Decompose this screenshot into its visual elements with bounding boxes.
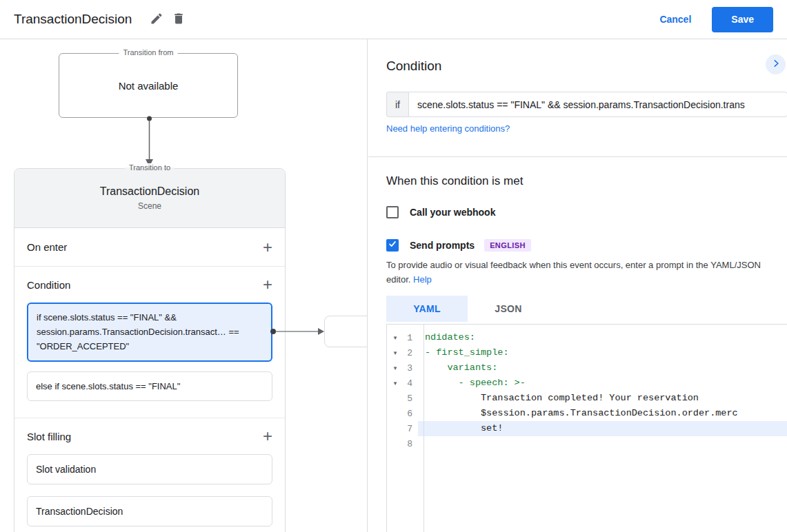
editor-line[interactable]: ▾3 variants: (387, 360, 787, 376)
condition-detail-panel: Condition if Need help entering conditio… (368, 39, 787, 532)
gutter-divider (424, 325, 424, 532)
condition-connector-arrow-icon (270, 326, 328, 340)
page-title: TransactionDecision (14, 12, 132, 27)
slot-filling-label: Slot filling (27, 431, 71, 442)
plus-icon: + (263, 427, 272, 445)
line-number: 2 (404, 348, 418, 358)
code-text: Transaction completed! Your reservation (418, 391, 787, 406)
pencil-icon (150, 12, 163, 28)
line-number: 5 (404, 393, 418, 404)
transition-to-card: Transition to TransactionDecision Scene … (14, 168, 286, 532)
webhook-label: Call your webhook (410, 207, 495, 218)
transition-from-node: Transition from Not available (59, 53, 238, 118)
line-number: 3 (404, 363, 418, 374)
editor-line[interactable]: 7 set! (387, 421, 787, 436)
transition-to-legend: Transition to (125, 163, 175, 172)
tab-json[interactable]: JSON (468, 296, 549, 322)
cancel-button[interactable]: Cancel (659, 14, 691, 25)
fold-toggle-icon[interactable]: ▾ (387, 365, 404, 371)
delete-button[interactable] (168, 8, 190, 30)
editor-line[interactable]: 8 (387, 436, 787, 451)
code-text (418, 436, 787, 451)
edit-button[interactable] (146, 8, 168, 30)
code-text: ndidates: (418, 330, 787, 345)
yaml-editor-lines: ▾1ndidates:▾2- first_simple:▾3 variants:… (387, 325, 787, 451)
condition-section-label: Condition (27, 279, 70, 291)
plus-icon: + (263, 275, 272, 294)
scene-card-header: Transition to TransactionDecision Scene (14, 169, 285, 228)
on-enter-label: On enter (27, 241, 67, 253)
scene-title: TransactionDecision (14, 185, 285, 198)
code-text: $session.params.TransactionDecision.orde… (418, 406, 787, 421)
webhook-row: Call your webhook (386, 206, 495, 218)
scene-editor: TransactionDecision Cancel Save Transiti… (0, 0, 787, 532)
code-text: set! (418, 421, 787, 436)
code-text: variants: (418, 360, 787, 376)
condition-heading: Condition (386, 59, 441, 74)
help-link[interactable]: Help (413, 274, 432, 285)
slot-card-transactiondecision[interactable]: TransactionDecision (27, 496, 272, 526)
line-number: 1 (404, 333, 418, 343)
editor-tabs: YAML JSON (386, 296, 549, 322)
condition-input-row: if (386, 92, 787, 117)
send-prompts-checkbox[interactable] (386, 239, 399, 252)
chevron-right-icon (769, 57, 783, 72)
code-text: - speech: >- (418, 376, 787, 391)
condition-card-else[interactable]: else if scene.slots.status == "FINAL" (27, 371, 272, 401)
collapse-panel-button[interactable] (766, 54, 786, 74)
editor-line[interactable]: ▾4 - speech: >- (387, 376, 787, 391)
add-on-enter-button[interactable]: + (263, 239, 272, 256)
tab-yaml[interactable]: YAML (386, 296, 468, 322)
slot-filling-section-head: Slot filling + (14, 418, 285, 454)
send-prompts-row: Send prompts ENGLISH (386, 239, 531, 252)
conditions-help-link[interactable]: Need help entering conditions? (386, 123, 510, 134)
transition-from-text: Not available (119, 80, 179, 92)
fold-toggle-icon[interactable]: ▾ (387, 349, 404, 356)
editor-line[interactable]: ▾2- first_simple: (387, 345, 787, 360)
condition-card-active[interactable]: if scene.slots.status == "FINAL" && sess… (27, 303, 272, 362)
fold-toggle-icon[interactable]: ▾ (387, 380, 404, 387)
code-text: - first_simple: (418, 345, 787, 360)
horizontal-divider (368, 156, 787, 157)
editor-line[interactable]: 5 Transaction completed! Your reservatio… (387, 391, 787, 406)
linked-scene-node[interactable] (324, 316, 368, 347)
line-number: 6 (404, 409, 418, 419)
trash-icon (172, 12, 186, 28)
scene-subtitle: Scene (14, 201, 285, 211)
when-condition-heading: When this condition is met (386, 174, 523, 188)
header: TransactionDecision Cancel Save (0, 0, 787, 39)
webhook-checkbox[interactable] (386, 206, 399, 218)
line-number: 4 (404, 378, 418, 389)
language-badge: ENGLISH (484, 239, 531, 252)
flow-diagram: Transition from Not available Transition… (0, 39, 368, 532)
yaml-editor[interactable]: ▾1ndidates:▾2- first_simple:▾3 variants:… (386, 324, 787, 532)
add-condition-button[interactable]: + (263, 276, 272, 293)
fold-toggle-icon[interactable]: ▾ (387, 334, 404, 341)
save-button[interactable]: Save (712, 7, 773, 32)
condition-section-head: Condition + (14, 267, 285, 303)
check-icon (388, 239, 397, 252)
transition-from-legend: Transition from (119, 48, 178, 57)
if-label: if (386, 92, 408, 117)
editor-line[interactable]: 6 $session.params.TransactionDecision.or… (387, 406, 787, 421)
prompt-hint: To provide audio or visual feedback when… (386, 258, 762, 287)
plus-icon: + (263, 238, 272, 256)
editor-line[interactable]: ▾1ndidates: (387, 330, 787, 345)
add-slot-button[interactable]: + (263, 428, 272, 444)
prompt-hint-text: To provide audio or visual feedback when… (386, 260, 761, 285)
send-prompts-label: Send prompts (410, 240, 475, 251)
on-enter-row[interactable]: On enter + (14, 228, 285, 267)
line-number: 7 (404, 424, 418, 434)
slot-card-validation[interactable]: Slot validation (27, 454, 272, 484)
line-number: 8 (404, 439, 418, 449)
condition-input[interactable] (408, 92, 787, 117)
